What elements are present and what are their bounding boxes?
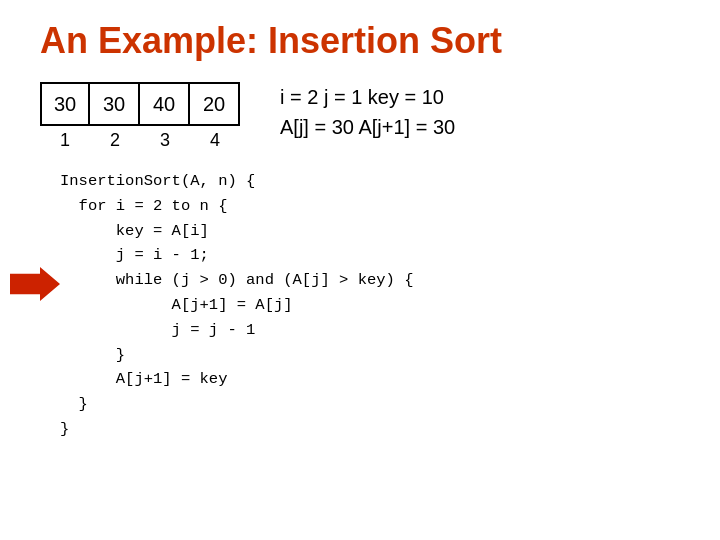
index-2: 2 (90, 130, 140, 151)
array-container: 30 30 40 20 1 2 3 4 (40, 82, 240, 151)
info-box: i = 2 j = 1 key = 10 A[j] = 30 A[j+1] = … (280, 82, 455, 142)
arrow-shape (10, 267, 60, 301)
index-4: 4 (190, 130, 240, 151)
code-section: InsertionSort(A, n) { for i = 2 to n { k… (60, 169, 680, 442)
index-1: 1 (40, 130, 90, 151)
cell-3: 40 (140, 82, 190, 126)
top-section: 30 30 40 20 1 2 3 4 i = 2 j = 1 key = 10… (40, 82, 680, 151)
index-3: 3 (140, 130, 190, 151)
code-block: InsertionSort(A, n) { for i = 2 to n { k… (60, 169, 680, 442)
info-line1: i = 2 j = 1 key = 10 (280, 82, 455, 112)
cell-4: 20 (190, 82, 240, 126)
array-cells: 30 30 40 20 (40, 82, 240, 126)
info-line2: A[j] = 30 A[j+1] = 30 (280, 112, 455, 142)
cell-2: 30 (90, 82, 140, 126)
array-indices: 1 2 3 4 (40, 130, 240, 151)
page: An Example: Insertion Sort 30 30 40 20 1… (0, 0, 720, 540)
page-title: An Example: Insertion Sort (40, 20, 680, 62)
cell-1: 30 (40, 82, 90, 126)
